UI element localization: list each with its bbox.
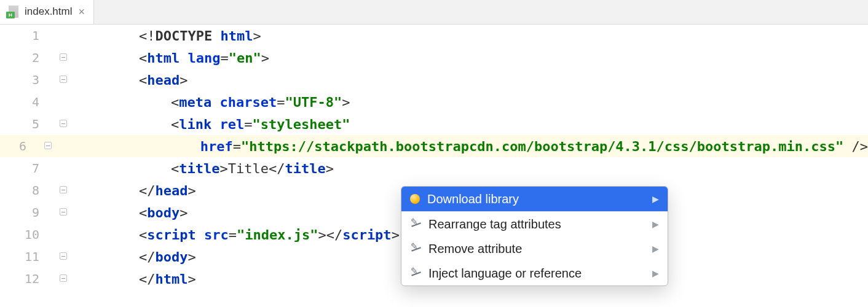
action-download-library[interactable]: Download library ▶: [401, 187, 668, 211]
fold-toggle[interactable]: [57, 274, 70, 284]
fold-toggle[interactable]: [57, 120, 70, 129]
fold-toggle[interactable]: [57, 53, 70, 63]
tab-title: index.html: [25, 6, 72, 18]
code-editor[interactable]: 1 <!DOCTYPE html> 2 <html lang="en"> 3 <…: [0, 25, 868, 307]
submenu-arrow-icon: ▶: [652, 268, 659, 278]
fold-toggle[interactable]: [57, 252, 70, 262]
action-rearrange-attributes[interactable]: Rearrange tag attributes ▶: [401, 212, 668, 236]
line-number: 6: [0, 139, 44, 154]
menu-item-label: Download library: [427, 192, 519, 206]
line-number: 4: [0, 95, 57, 109]
line-number: 7: [0, 161, 57, 176]
wand-icon: [410, 219, 421, 230]
wand-icon: [410, 243, 421, 254]
line-number: 10: [0, 227, 57, 242]
line-number: 2: [0, 50, 57, 65]
lightbulb-icon: [410, 194, 420, 204]
submenu-arrow-icon: ▶: [652, 219, 659, 229]
submenu-arrow-icon: ▶: [652, 194, 659, 204]
menu-item-label: Inject language or reference: [428, 266, 582, 281]
wand-icon: [410, 268, 421, 279]
menu-item-label: Remove attribute: [428, 242, 522, 256]
fold-toggle[interactable]: [57, 186, 70, 195]
code-line[interactable]: </html>: [70, 256, 196, 302]
submenu-arrow-icon: ▶: [652, 244, 659, 254]
action-remove-attribute[interactable]: Remove attribute ▶: [401, 236, 668, 261]
line-number: 8: [0, 183, 57, 198]
action-inject-language[interactable]: Inject language or reference ▶: [401, 261, 668, 286]
menu-item-label: Rearrange tag attributes: [428, 217, 561, 231]
line-number: 12: [0, 271, 57, 286]
intention-actions-popup: Download library ▶ Rearrange tag attribu…: [401, 186, 668, 286]
line-number: 5: [0, 117, 57, 131]
fold-toggle[interactable]: [57, 76, 70, 85]
line-number: 9: [0, 205, 57, 220]
fold-toggle[interactable]: [44, 142, 53, 151]
fold-toggle[interactable]: [57, 208, 70, 217]
line-number: 3: [0, 72, 57, 87]
line-number: 1: [0, 28, 57, 43]
line-number: 11: [0, 249, 57, 264]
html-file-icon: H: [6, 5, 20, 18]
